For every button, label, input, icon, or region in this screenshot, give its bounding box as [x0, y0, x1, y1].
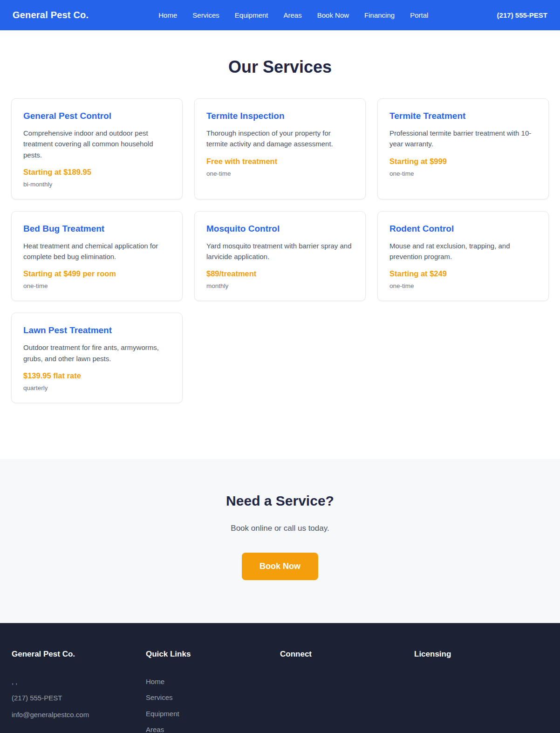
service-price: Free with treatment — [206, 157, 354, 166]
service-name: Lawn Pest Treatment — [23, 325, 171, 336]
service-name: Termite Treatment — [389, 111, 537, 121]
nav-item-services[interactable]: Services — [192, 11, 219, 19]
service-price: Starting at $189.95 — [23, 168, 171, 177]
footer-columns: General Pest Co. , , (217) 555-PEST info… — [0, 650, 560, 733]
nav-item-home[interactable]: Home — [158, 11, 177, 19]
footer-col-quick-links: Quick Links Home Services Equipment Area… — [146, 650, 280, 733]
cta-subtitle: Book online or call us today. — [0, 524, 560, 533]
nav-item-equipment[interactable]: Equipment — [235, 11, 268, 19]
site-footer: General Pest Co. , , (217) 555-PEST info… — [0, 623, 560, 733]
header-phone: (217) 555-PEST — [497, 11, 547, 19]
footer-email: info@generalpestco.com — [12, 709, 146, 721]
service-card-termite-treatment: Termite Treatment Professional termite b… — [377, 98, 549, 199]
footer-link-services[interactable]: Services — [146, 693, 173, 701]
service-name: General Pest Control — [23, 111, 171, 121]
service-price: Starting at $999 — [389, 157, 537, 166]
service-description: Mouse and rat exclusion, trapping, and p… — [389, 240, 537, 262]
service-frequency: one-time — [23, 282, 171, 289]
service-card-general-pest-control: General Pest Control Comprehensive indoo… — [11, 98, 183, 199]
service-card-bed-bug-treatment: Bed Bug Treatment Heat treatment and che… — [11, 211, 183, 301]
service-description: Heat treatment and chemical application … — [23, 240, 171, 262]
service-price: Starting at $249 — [389, 269, 537, 278]
service-description: Professional termite barrier treatment w… — [389, 128, 537, 150]
nav-item-portal[interactable]: Portal — [410, 11, 428, 19]
service-name: Bed Bug Treatment — [23, 224, 171, 234]
footer-licensing-heading: Licensing — [414, 650, 548, 659]
service-name: Rodent Control — [389, 224, 537, 234]
service-price: $89/treatment — [206, 269, 354, 278]
nav-item-financing[interactable]: Financing — [364, 11, 395, 19]
cta-section: Need a Service? Book online or call us t… — [0, 459, 560, 623]
brand-logo: General Pest Co. — [13, 10, 89, 21]
service-card-termite-inspection: Termite Inspection Thorough inspection o… — [194, 98, 366, 199]
footer-col-licensing: Licensing — [414, 650, 548, 733]
main-nav: Home Services Equipment Areas Book Now F… — [158, 11, 428, 19]
service-frequency: one-time — [206, 170, 354, 177]
footer-brand-heading: General Pest Co. — [12, 650, 146, 659]
service-description: Comprehensive indoor and outdoor pest tr… — [23, 128, 171, 160]
site-header: General Pest Co. Home Services Equipment… — [0, 0, 560, 30]
service-name: Termite Inspection — [206, 111, 354, 121]
service-description: Thorough inspection of your property for… — [206, 128, 354, 150]
service-description: Outdoor treatment for fire ants, armywor… — [23, 342, 171, 364]
footer-link-home[interactable]: Home — [146, 678, 164, 685]
footer-link-areas[interactable]: Areas — [146, 726, 164, 733]
service-frequency: one-time — [389, 170, 537, 177]
footer-col-connect: Connect — [280, 650, 414, 733]
footer-col-contact: General Pest Co. , , (217) 555-PEST info… — [12, 650, 146, 733]
footer-quick-links-heading: Quick Links — [146, 650, 280, 659]
service-frequency: one-time — [389, 282, 537, 289]
service-name: Mosquito Control — [206, 224, 354, 234]
footer-phone: (217) 555-PEST — [12, 692, 146, 704]
footer-address: , , — [12, 676, 146, 688]
service-card-grid: General Pest Control Comprehensive indoo… — [0, 98, 560, 403]
page-title: Our Services — [0, 57, 560, 77]
footer-link-list: Home Services Equipment Areas Book Now F… — [146, 676, 280, 733]
service-card-lawn-pest-treatment: Lawn Pest Treatment Outdoor treatment fo… — [11, 313, 183, 403]
book-now-button[interactable]: Book Now — [242, 553, 318, 580]
footer-link-equipment[interactable]: Equipment — [146, 710, 179, 718]
nav-item-book-now[interactable]: Book Now — [317, 11, 349, 19]
service-frequency: bi-monthly — [23, 181, 171, 188]
cta-title: Need a Service? — [0, 493, 560, 509]
nav-item-areas[interactable]: Areas — [284, 11, 302, 19]
services-section: Our Services General Pest Control Compre… — [0, 30, 560, 431]
service-card-rodent-control: Rodent Control Mouse and rat exclusion, … — [377, 211, 549, 301]
service-frequency: monthly — [206, 282, 354, 289]
service-card-mosquito-control: Mosquito Control Yard mosquito treatment… — [194, 211, 366, 301]
service-description: Yard mosquito treatment with barrier spr… — [206, 240, 354, 262]
service-frequency: quarterly — [23, 384, 171, 391]
service-price: $139.95 flat rate — [23, 371, 171, 380]
footer-connect-heading: Connect — [280, 650, 414, 659]
service-price: Starting at $499 per room — [23, 269, 171, 278]
